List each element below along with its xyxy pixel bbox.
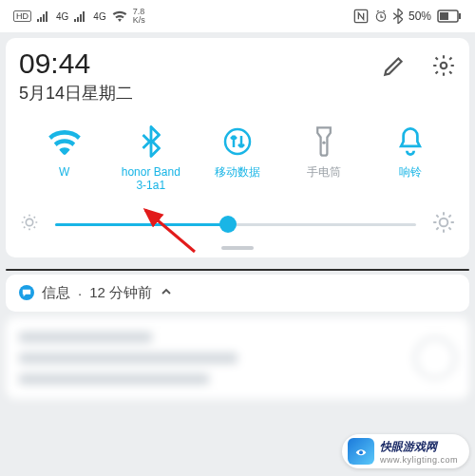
notification-body-blurred xyxy=(6,317,469,399)
collapse-icon[interactable] xyxy=(160,285,173,301)
notification-time: 12 分钟前 xyxy=(89,284,152,302)
signal-1-icon xyxy=(37,10,50,22)
watermark: 快眼游戏网 www.kyligting.com xyxy=(342,434,469,468)
time-label: 09:44 xyxy=(19,48,133,80)
bluetooth-label: honor Band 3-1a1 xyxy=(122,165,180,193)
status-left: HD 4G 4G 7.8K/s xyxy=(13,8,145,25)
wifi-label: W xyxy=(59,165,69,192)
flashlight-icon xyxy=(308,125,340,158)
svg-point-6 xyxy=(225,129,250,154)
hd-badge: HD xyxy=(13,10,31,22)
svg-point-5 xyxy=(441,63,447,69)
signal-2-icon xyxy=(74,10,87,22)
clock-block: 09:44 5月14日星期二 xyxy=(19,48,133,105)
svg-point-10 xyxy=(359,450,363,454)
wifi-status-icon xyxy=(112,10,127,22)
notification-header[interactable]: 信息 · 12 分钟前 xyxy=(6,275,469,312)
flashlight-label: 手电筒 xyxy=(307,165,341,192)
notification-app-label: 信息 xyxy=(42,284,70,302)
watermark-title: 快眼游戏网 xyxy=(380,439,458,455)
settings-button[interactable] xyxy=(431,53,456,82)
mobile-data-icon xyxy=(221,125,254,158)
edit-button[interactable] xyxy=(382,53,407,82)
carrier-1-label: 4G xyxy=(56,11,68,22)
quick-toggles: W honor Band 3-1a1 移动数据 手电筒 响铃 xyxy=(19,125,456,193)
bluetooth-toggle[interactable]: honor Band 3-1a1 xyxy=(107,125,194,193)
bluetooth-icon xyxy=(135,125,167,158)
nfc-icon xyxy=(353,9,369,24)
net-speed: 7.8K/s xyxy=(133,8,145,25)
svg-rect-3 xyxy=(459,13,461,19)
ringer-label: 响铃 xyxy=(399,165,422,192)
date-label: 5月14日星期二 xyxy=(19,82,133,105)
brightness-low-icon xyxy=(19,212,40,237)
ringer-toggle[interactable]: 响铃 xyxy=(368,125,454,193)
svg-rect-4 xyxy=(440,12,448,20)
mobile-data-toggle[interactable]: 移动数据 xyxy=(194,125,280,193)
wifi-toggle[interactable]: W xyxy=(21,125,107,193)
mobile-data-label: 移动数据 xyxy=(215,165,260,192)
watermark-logo-icon xyxy=(348,438,374,465)
alarm-icon xyxy=(374,10,388,23)
battery-label: 50% xyxy=(408,10,431,23)
brightness-high-icon xyxy=(431,210,456,238)
messages-app-icon xyxy=(19,285,34,300)
battery-icon xyxy=(437,10,462,23)
quick-settings-panel: 09:44 5月14日星期二 W honor Band 3-1a1 xyxy=(6,38,469,257)
notification-sep: · xyxy=(78,285,82,301)
bluetooth-status-icon xyxy=(393,9,403,24)
section-divider xyxy=(6,269,469,271)
status-right: 50% xyxy=(353,9,462,24)
flashlight-toggle[interactable]: 手电筒 xyxy=(281,125,368,193)
status-bar: HD 4G 4G 7.8K/s 50% xyxy=(0,0,475,32)
panel-drag-handle[interactable] xyxy=(221,246,254,250)
action-circle-icon xyxy=(414,337,456,379)
watermark-sub: www.kyligting.com xyxy=(380,455,458,465)
svg-point-8 xyxy=(26,219,32,225)
carrier-2-label: 4G xyxy=(93,11,105,22)
brightness-row xyxy=(19,210,456,238)
brightness-slider[interactable] xyxy=(55,215,416,234)
svg-point-7 xyxy=(323,141,326,143)
bell-icon xyxy=(394,125,427,158)
wifi-icon xyxy=(48,125,81,158)
svg-point-9 xyxy=(440,218,448,226)
